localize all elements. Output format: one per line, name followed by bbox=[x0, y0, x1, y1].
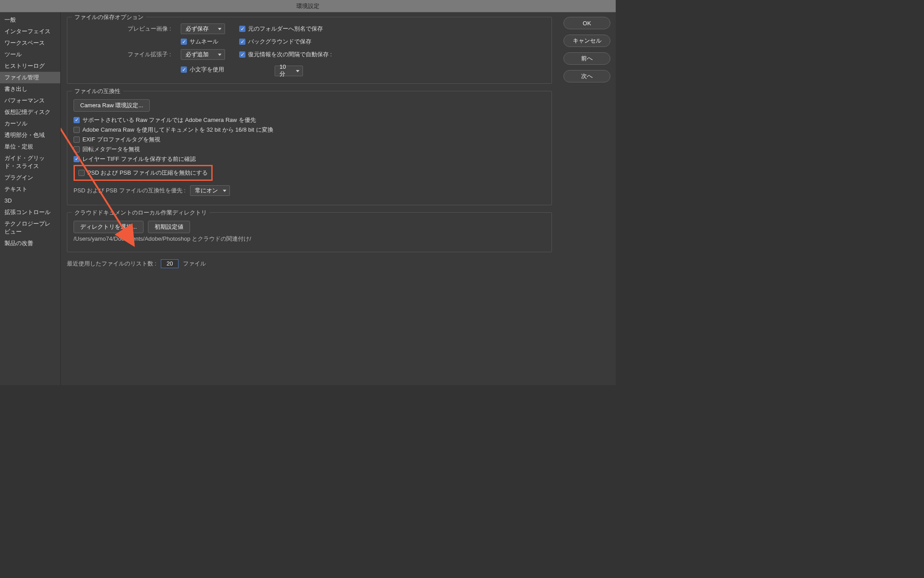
sidebar-item-3d[interactable]: 3D bbox=[0, 195, 60, 207]
dialog-buttons: OK キャンセル 前へ 次へ bbox=[558, 12, 616, 385]
sidebar-item-product-improvement[interactable]: 製品の改善 bbox=[0, 238, 60, 249]
sidebar-item-history-log[interactable]: ヒストリーログ bbox=[0, 60, 60, 72]
auto-recover-label: 復元情報を次の間隔で自動保存 : bbox=[248, 51, 332, 59]
disable-psd-compression-label: PSD および PSB ファイルの圧縮を無効にする bbox=[87, 169, 208, 177]
prefer-acr-label: サポートされている Raw ファイルでは Adobe Camera Raw を優… bbox=[82, 116, 256, 124]
cloud-doc-path: /Users/yamo74/Documents/Adobe/Photoshop … bbox=[74, 235, 251, 243]
sidebar-item-general[interactable]: 一般 bbox=[0, 14, 60, 26]
sidebar-item-workspace[interactable]: ワークスペース bbox=[0, 37, 60, 49]
file-compatibility-group: ファイルの互換性 Camera Raw 環境設定... サポートされている Ra… bbox=[67, 91, 552, 205]
ok-button[interactable]: OK bbox=[563, 17, 610, 29]
sidebar-item-enhanced-controls[interactable]: 拡張コントロール bbox=[0, 207, 60, 218]
file-saving-options-group: ファイルの保存オプション プレビュー画像 : 必ず保存 元のフォルダーへ別名で保… bbox=[67, 17, 552, 84]
default-directory-button[interactable]: 初期設定値 bbox=[148, 221, 190, 233]
sidebar-item-guides-grid-slices[interactable]: ガイド・グリッド・スライス bbox=[0, 152, 60, 172]
lowercase-label: 小文字を使用 bbox=[190, 66, 224, 74]
file-saving-options-legend: ファイルの保存オプション bbox=[72, 13, 146, 21]
ignore-rotation-label: 回転メタデータを無視 bbox=[82, 145, 140, 153]
file-extension-select[interactable]: 必ず追加 bbox=[181, 49, 225, 60]
cloud-doc-dir-legend: クラウドドキュメントのローカル作業ディレクトリ bbox=[72, 209, 210, 217]
recent-files-input[interactable] bbox=[161, 259, 179, 268]
disable-psd-compression-checkbox[interactable] bbox=[78, 170, 85, 176]
sidebar-item-transparency-gamut[interactable]: 透明部分・色域 bbox=[0, 129, 60, 141]
acr-32bit-convert-checkbox[interactable] bbox=[74, 127, 80, 133]
prev-button[interactable]: 前へ bbox=[563, 52, 610, 65]
ignore-rotation-checkbox[interactable] bbox=[74, 146, 80, 152]
cloud-doc-dir-group: クラウドドキュメントのローカル作業ディレクトリ ディレクトリを選択... 初期設… bbox=[67, 212, 552, 252]
preview-image-label: プレビュー画像 : bbox=[109, 25, 171, 33]
acr-32bit-convert-label: Adobe Camera Raw を使用してドキュメントを 32 bit から … bbox=[82, 126, 273, 134]
save-to-original-folder-checkbox[interactable] bbox=[239, 26, 245, 32]
sidebar-item-file-handling[interactable]: ファイル管理 bbox=[0, 72, 60, 83]
window-titlebar: 環境設定 bbox=[0, 0, 616, 12]
auto-recover-interval-select[interactable]: 10 分 bbox=[275, 66, 303, 76]
highlighted-option: PSD および PSB ファイルの圧縮を無効にする bbox=[74, 165, 213, 181]
sidebar-item-type[interactable]: テキスト bbox=[0, 184, 60, 195]
camera-raw-prefs-button[interactable]: Camera Raw 環境設定... bbox=[74, 99, 150, 112]
sidebar-item-plugins[interactable]: プラグイン bbox=[0, 172, 60, 184]
ask-tiff-layers-label: レイヤー TIFF ファイルを保存する前に確認 bbox=[82, 155, 196, 163]
max-compat-label: PSD および PSB ファイルの互換性を優先 : bbox=[74, 187, 186, 195]
sidebar: 一般 インターフェイス ワークスペース ツール ヒストリーログ ファイル管理 書… bbox=[0, 12, 61, 385]
background-save-label: バックグラウンドで保存 bbox=[248, 38, 311, 46]
window-title: 環境設定 bbox=[296, 2, 319, 10]
prefer-acr-checkbox[interactable] bbox=[74, 117, 80, 123]
ask-tiff-layers-checkbox[interactable] bbox=[74, 156, 80, 162]
lowercase-checkbox[interactable] bbox=[181, 66, 187, 73]
file-compatibility-legend: ファイルの互換性 bbox=[72, 87, 123, 95]
ignore-exif-label: EXIF プロファイルタグを無視 bbox=[82, 136, 160, 144]
recent-files-suffix: ファイル bbox=[183, 260, 206, 268]
sidebar-item-tech-preview[interactable]: テクノロジープレビュー bbox=[0, 218, 60, 238]
sidebar-item-interface[interactable]: インターフェイス bbox=[0, 26, 60, 37]
thumbnail-checkbox[interactable] bbox=[181, 39, 187, 45]
preview-image-select[interactable]: 必ず保存 bbox=[181, 23, 225, 34]
sidebar-item-export[interactable]: 書き出し bbox=[0, 83, 60, 95]
auto-recover-checkbox[interactable] bbox=[239, 51, 245, 58]
sidebar-item-units-rulers[interactable]: 単位・定規 bbox=[0, 141, 60, 152]
max-compat-select[interactable]: 常にオン bbox=[190, 185, 230, 196]
ignore-exif-checkbox[interactable] bbox=[74, 137, 80, 143]
cancel-button[interactable]: キャンセル bbox=[563, 35, 610, 47]
sidebar-item-scratch-disks[interactable]: 仮想記憶ディスク bbox=[0, 106, 60, 118]
recent-files-label: 最近使用したファイルのリスト数 : bbox=[67, 260, 156, 268]
sidebar-item-performance[interactable]: パフォーマンス bbox=[0, 95, 60, 106]
file-extension-label: ファイル拡張子 : bbox=[109, 51, 171, 59]
thumbnail-label: サムネール bbox=[190, 38, 218, 46]
background-save-checkbox[interactable] bbox=[239, 39, 245, 45]
choose-directory-button[interactable]: ディレクトリを選択... bbox=[74, 221, 144, 233]
main-panel: ファイルの保存オプション プレビュー画像 : 必ず保存 元のフォルダーへ別名で保… bbox=[61, 12, 558, 385]
save-to-original-folder-label: 元のフォルダーへ別名で保存 bbox=[248, 25, 323, 33]
sidebar-item-cursors[interactable]: カーソル bbox=[0, 118, 60, 129]
sidebar-item-tools[interactable]: ツール bbox=[0, 49, 60, 60]
next-button[interactable]: 次へ bbox=[563, 70, 610, 82]
